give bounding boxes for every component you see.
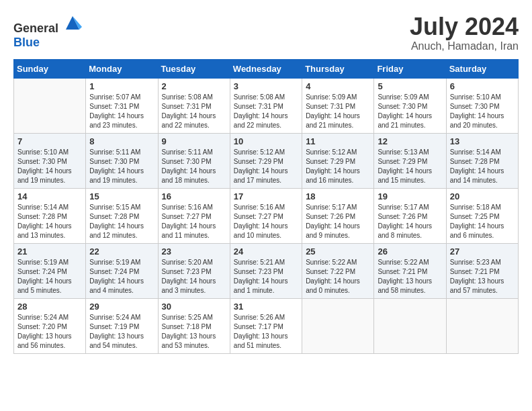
day-info: Sunrise: 5:09 AMSunset: 7:30 PMDaylight:… <box>378 93 442 130</box>
day-number: 24 <box>234 246 298 257</box>
day-info: Sunrise: 5:10 AMSunset: 7:30 PMDaylight:… <box>450 93 515 130</box>
calendar-cell: 13Sunrise: 5:14 AMSunset: 7:28 PMDayligh… <box>446 133 518 188</box>
calendar-cell: 29Sunrise: 5:24 AMSunset: 7:19 PMDayligh… <box>86 298 158 353</box>
calendar-week-row: 7Sunrise: 5:10 AMSunset: 7:30 PMDaylight… <box>14 133 519 188</box>
day-info: Sunrise: 5:26 AMSunset: 7:17 PMDaylight:… <box>234 313 298 351</box>
day-info: Sunrise: 5:15 AMSunset: 7:28 PMDaylight:… <box>89 203 154 240</box>
calendar-cell: 3Sunrise: 5:08 AMSunset: 7:31 PMDaylight… <box>230 78 302 133</box>
day-info: Sunrise: 5:11 AMSunset: 7:30 PMDaylight:… <box>162 148 226 185</box>
calendar-cell: 14Sunrise: 5:14 AMSunset: 7:28 PMDayligh… <box>14 188 86 243</box>
col-header-wednesday: Wednesday <box>230 59 302 78</box>
col-header-saturday: Saturday <box>446 59 518 78</box>
day-info: Sunrise: 5:12 AMSunset: 7:29 PMDaylight:… <box>234 148 298 185</box>
day-number: 18 <box>306 191 370 201</box>
calendar-cell: 12Sunrise: 5:13 AMSunset: 7:29 PMDayligh… <box>374 133 446 188</box>
day-number: 31 <box>234 302 298 312</box>
day-number: 30 <box>162 302 226 312</box>
day-info: Sunrise: 5:24 AMSunset: 7:20 PMDaylight:… <box>17 313 82 351</box>
day-info: Sunrise: 5:12 AMSunset: 7:29 PMDaylight:… <box>306 148 370 185</box>
calendar-cell: 1Sunrise: 5:07 AMSunset: 7:31 PMDaylight… <box>86 78 158 133</box>
col-header-sunday: Sunday <box>14 59 86 78</box>
logo: General Blue <box>13 13 82 50</box>
col-header-monday: Monday <box>86 59 158 78</box>
day-number: 11 <box>306 136 370 146</box>
col-header-tuesday: Tuesday <box>158 59 230 78</box>
day-info: Sunrise: 5:25 AMSunset: 7:18 PMDaylight:… <box>162 313 226 351</box>
calendar-cell <box>14 78 86 133</box>
calendar-cell: 10Sunrise: 5:12 AMSunset: 7:29 PMDayligh… <box>230 133 302 188</box>
day-number: 5 <box>378 81 442 91</box>
calendar-cell: 16Sunrise: 5:16 AMSunset: 7:27 PMDayligh… <box>158 188 230 243</box>
logo-general: General <box>13 21 58 35</box>
calendar-cell: 11Sunrise: 5:12 AMSunset: 7:29 PMDayligh… <box>302 133 374 188</box>
calendar-cell: 30Sunrise: 5:25 AMSunset: 7:18 PMDayligh… <box>158 298 230 353</box>
day-info: Sunrise: 5:21 AMSunset: 7:23 PMDaylight:… <box>234 258 298 295</box>
calendar-cell: 25Sunrise: 5:22 AMSunset: 7:22 PMDayligh… <box>302 243 374 298</box>
calendar-cell: 19Sunrise: 5:17 AMSunset: 7:26 PMDayligh… <box>374 188 446 243</box>
day-info: Sunrise: 5:22 AMSunset: 7:22 PMDaylight:… <box>306 258 370 295</box>
day-info: Sunrise: 5:19 AMSunset: 7:24 PMDaylight:… <box>89 258 154 295</box>
day-info: Sunrise: 5:20 AMSunset: 7:23 PMDaylight:… <box>162 258 226 295</box>
calendar-cell: 24Sunrise: 5:21 AMSunset: 7:23 PMDayligh… <box>230 243 302 298</box>
day-info: Sunrise: 5:18 AMSunset: 7:25 PMDaylight:… <box>450 203 515 240</box>
day-number: 14 <box>17 191 82 201</box>
day-number: 10 <box>234 136 298 146</box>
calendar-week-row: 14Sunrise: 5:14 AMSunset: 7:28 PMDayligh… <box>14 188 519 243</box>
title-block: July 2024 Anuch, Hamadan, Iran <box>410 13 519 52</box>
calendar-week-row: 21Sunrise: 5:19 AMSunset: 7:24 PMDayligh… <box>14 243 519 298</box>
calendar-cell: 8Sunrise: 5:11 AMSunset: 7:30 PMDaylight… <box>86 133 158 188</box>
day-number: 6 <box>450 81 515 91</box>
day-number: 12 <box>378 136 442 146</box>
day-info: Sunrise: 5:16 AMSunset: 7:27 PMDaylight:… <box>234 203 298 240</box>
day-number: 16 <box>162 191 226 201</box>
day-number: 19 <box>378 191 442 201</box>
logo-icon <box>63 13 82 32</box>
calendar-cell: 26Sunrise: 5:22 AMSunset: 7:21 PMDayligh… <box>374 243 446 298</box>
calendar-cell: 9Sunrise: 5:11 AMSunset: 7:30 PMDaylight… <box>158 133 230 188</box>
day-info: Sunrise: 5:14 AMSunset: 7:28 PMDaylight:… <box>17 203 82 240</box>
day-number: 29 <box>89 302 154 312</box>
calendar-cell: 28Sunrise: 5:24 AMSunset: 7:20 PMDayligh… <box>14 298 86 353</box>
day-info: Sunrise: 5:22 AMSunset: 7:21 PMDaylight:… <box>378 258 442 295</box>
day-info: Sunrise: 5:17 AMSunset: 7:26 PMDaylight:… <box>378 203 442 240</box>
day-info: Sunrise: 5:16 AMSunset: 7:27 PMDaylight:… <box>162 203 226 240</box>
day-number: 3 <box>234 81 298 91</box>
calendar-cell: 7Sunrise: 5:10 AMSunset: 7:30 PMDaylight… <box>14 133 86 188</box>
day-info: Sunrise: 5:07 AMSunset: 7:31 PMDaylight:… <box>89 93 154 130</box>
calendar-cell <box>302 298 374 353</box>
page-header: General Blue July 2024 Anuch, Hamadan, I… <box>13 13 519 52</box>
calendar-cell: 4Sunrise: 5:09 AMSunset: 7:31 PMDaylight… <box>302 78 374 133</box>
calendar-cell: 21Sunrise: 5:19 AMSunset: 7:24 PMDayligh… <box>14 243 86 298</box>
day-number: 15 <box>89 191 154 201</box>
day-number: 2 <box>162 81 226 91</box>
logo-blue: Blue <box>13 36 40 49</box>
day-number: 4 <box>306 81 370 91</box>
day-number: 21 <box>17 246 82 257</box>
day-info: Sunrise: 5:09 AMSunset: 7:31 PMDaylight:… <box>306 93 370 130</box>
day-info: Sunrise: 5:11 AMSunset: 7:30 PMDaylight:… <box>89 148 154 185</box>
logo-text: General Blue <box>13 13 82 50</box>
day-number: 13 <box>450 136 515 146</box>
day-number: 26 <box>378 246 442 257</box>
day-info: Sunrise: 5:23 AMSunset: 7:21 PMDaylight:… <box>450 258 515 295</box>
calendar-week-row: 28Sunrise: 5:24 AMSunset: 7:20 PMDayligh… <box>14 298 519 353</box>
day-number: 7 <box>17 136 82 146</box>
calendar-cell <box>446 298 518 353</box>
col-header-friday: Friday <box>374 59 446 78</box>
day-info: Sunrise: 5:14 AMSunset: 7:28 PMDaylight:… <box>450 148 515 185</box>
day-number: 23 <box>162 246 226 257</box>
calendar-cell: 18Sunrise: 5:17 AMSunset: 7:26 PMDayligh… <box>302 188 374 243</box>
day-number: 8 <box>89 136 154 146</box>
calendar-cell: 27Sunrise: 5:23 AMSunset: 7:21 PMDayligh… <box>446 243 518 298</box>
day-info: Sunrise: 5:08 AMSunset: 7:31 PMDaylight:… <box>234 93 298 130</box>
day-info: Sunrise: 5:24 AMSunset: 7:19 PMDaylight:… <box>89 313 154 351</box>
day-number: 25 <box>306 246 370 257</box>
day-number: 28 <box>17 302 82 312</box>
calendar-cell: 5Sunrise: 5:09 AMSunset: 7:30 PMDaylight… <box>374 78 446 133</box>
day-number: 17 <box>234 191 298 201</box>
calendar-cell: 17Sunrise: 5:16 AMSunset: 7:27 PMDayligh… <box>230 188 302 243</box>
day-info: Sunrise: 5:19 AMSunset: 7:24 PMDaylight:… <box>17 258 82 295</box>
calendar-cell <box>374 298 446 353</box>
day-info: Sunrise: 5:10 AMSunset: 7:30 PMDaylight:… <box>17 148 82 185</box>
day-info: Sunrise: 5:13 AMSunset: 7:29 PMDaylight:… <box>378 148 442 185</box>
